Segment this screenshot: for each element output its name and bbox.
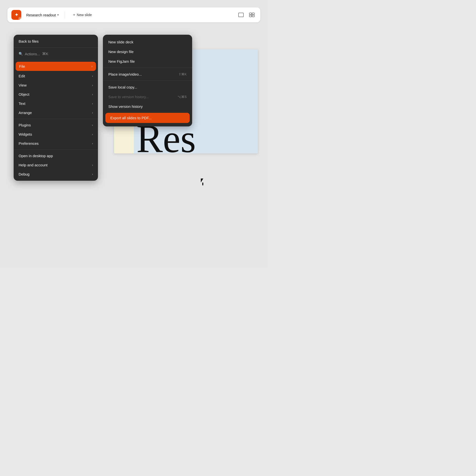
svg-rect-2 [252, 13, 254, 15]
submenu-new-slide-deck-label: New slide deck [108, 40, 133, 44]
menu-arrange-arrow: › [92, 111, 93, 115]
submenu-show-version-history-label: Show version history [108, 104, 143, 109]
submenu-new-design-file[interactable]: New design file [103, 47, 192, 57]
new-slide-label: New slide [77, 13, 92, 17]
svg-rect-1 [249, 13, 252, 15]
back-to-files-label: Back to files [19, 39, 39, 43]
app-logo-button[interactable]: ✦ ▾ [11, 10, 21, 20]
menu-divider-2 [14, 60, 98, 60]
submenu-place-image-shortcut: ⇧⌘K [178, 72, 187, 76]
menu-item-edit[interactable]: Edit › [14, 71, 98, 81]
menu-file-arrow: › [91, 64, 92, 68]
menu-debug-arrow: › [92, 172, 93, 176]
submenu-divider-2 [103, 81, 192, 81]
menu-item-object[interactable]: Object › [14, 90, 98, 99]
submenu-divider-1 [103, 68, 192, 68]
menu-file-label: File [19, 64, 25, 68]
logo-dropdown-arrow: ▾ [18, 17, 22, 21]
menu-help-label: Help and account [19, 163, 48, 167]
submenu-save-version-history-shortcut: ⌥⌘S [178, 95, 187, 99]
file-name-button[interactable]: Research readout ▾ [24, 11, 61, 19]
submenu-show-version-history[interactable]: Show version history [103, 102, 192, 111]
actions-placeholder: Actions... [25, 52, 40, 56]
menu-preferences-label: Preferences [19, 141, 39, 146]
submenu-save-version-history: Save to version history... ⌥⌘S [103, 92, 192, 102]
main-menu: Back to files 🔍 Actions... ⌘K File › Edi… [14, 35, 98, 181]
menu-text-arrow: › [92, 102, 93, 105]
menu-item-plugins[interactable]: Plugins › [14, 120, 98, 130]
file-submenu: New slide deck New design file New FigJa… [103, 35, 192, 126]
menu-text-label: Text [19, 101, 26, 106]
menu-item-widgets[interactable]: Widgets › [14, 130, 98, 139]
menu-arrange-label: Arrange [19, 111, 32, 115]
menu-divider-4 [14, 149, 98, 150]
menu-divider-3 [14, 119, 98, 119]
menu-plugins-label: Plugins [19, 123, 31, 127]
submenu-new-slide-deck[interactable]: New slide deck [103, 37, 192, 47]
submenu-save-version-history-label: Save to version history... [108, 95, 149, 99]
menu-desktop-app-label: Open in desktop app [19, 154, 53, 158]
figma-logo-icon: ✦ [15, 12, 18, 18]
menu-edit-arrow: › [92, 74, 93, 78]
view-single-button[interactable] [237, 10, 245, 19]
view-grid-icon [249, 13, 255, 17]
menu-item-debug[interactable]: Debug › [14, 170, 98, 179]
menu-plugins-arrow: › [92, 123, 93, 127]
submenu-place-image[interactable]: Place image/video... ⇧⌘K [103, 69, 192, 79]
submenu-new-figjam-file[interactable]: New FigJam file [103, 57, 192, 66]
svg-rect-0 [238, 13, 243, 17]
file-name-chevron-icon: ▾ [57, 13, 59, 17]
view-single-icon [238, 13, 244, 17]
menu-widgets-arrow: › [92, 132, 93, 136]
submenu-new-figjam-file-label: New FigJam file [108, 59, 135, 63]
menu-divider-1 [14, 47, 98, 48]
menu-edit-label: Edit [19, 74, 25, 78]
svg-rect-3 [249, 15, 252, 17]
plus-icon: + [73, 13, 75, 17]
submenu-save-local-copy-label: Save local copy... [108, 85, 137, 89]
toolbar-right [237, 10, 256, 19]
menu-preferences-arrow: › [92, 142, 93, 145]
menu-item-arrange[interactable]: Arrange › [14, 108, 98, 117]
menu-debug-label: Debug [19, 172, 30, 176]
menu-view-arrow: › [92, 83, 93, 87]
menu-view-label: View [19, 83, 27, 87]
export-pdf-label: Export all slides to PDF... [110, 116, 152, 120]
menu-item-text[interactable]: Text › [14, 99, 98, 108]
menu-item-view[interactable]: View › [14, 81, 98, 90]
toolbar: ✦ ▾ Research readout ▾ + New slide [7, 7, 260, 22]
view-grid-button[interactable] [247, 10, 256, 19]
svg-rect-4 [252, 15, 254, 17]
actions-shortcut: ⌘K [42, 52, 48, 56]
actions-search-item[interactable]: 🔍 Actions... ⌘K [14, 49, 98, 59]
menu-item-desktop-app[interactable]: Open in desktop app [14, 151, 98, 160]
menu-object-arrow: › [92, 92, 93, 96]
menu-item-file[interactable]: File › [16, 62, 96, 71]
back-to-files-item[interactable]: Back to files [14, 37, 98, 46]
menu-help-arrow: › [92, 163, 93, 167]
menu-widgets-label: Widgets [19, 132, 32, 136]
submenu-save-local-copy[interactable]: Save local copy... [103, 82, 192, 92]
menu-item-help[interactable]: Help and account › [14, 160, 98, 170]
submenu-place-image-label: Place image/video... [108, 72, 142, 76]
export-pdf-button[interactable]: Export all slides to PDF... [105, 113, 190, 123]
toolbar-divider [65, 11, 65, 18]
menu-item-preferences[interactable]: Preferences › [14, 139, 98, 148]
menu-object-label: Object [19, 92, 29, 96]
submenu-new-design-file-label: New design file [108, 50, 134, 54]
search-icon: 🔍 [19, 52, 23, 56]
file-name-text: Research readout [26, 13, 56, 17]
new-slide-button[interactable]: + New slide [69, 11, 96, 19]
